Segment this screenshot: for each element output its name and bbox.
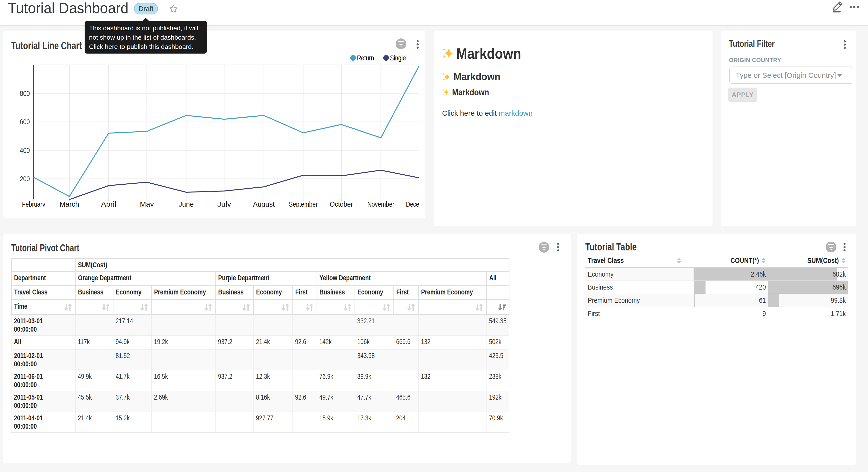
svg-text:September: September	[289, 200, 318, 207]
svg-text:400: 400	[20, 147, 30, 154]
svg-text:May: May	[140, 200, 154, 207]
svg-text:200: 200	[20, 175, 30, 183]
svg-text:November: November	[368, 200, 394, 207]
svg-text:February: February	[22, 200, 45, 207]
svg-text:800: 800	[20, 89, 30, 97]
svg-text:June: June	[179, 200, 194, 207]
svg-text:July: July	[217, 200, 231, 207]
svg-text:August: August	[253, 200, 275, 207]
svg-text:October: October	[330, 200, 353, 207]
svg-text:600: 600	[20, 118, 30, 126]
svg-text:April: April	[101, 200, 116, 207]
svg-text:March: March	[60, 200, 79, 207]
svg-text:Return: Return	[357, 54, 374, 62]
svg-text:December: December	[406, 200, 419, 207]
svg-text:Single: Single	[390, 54, 406, 62]
